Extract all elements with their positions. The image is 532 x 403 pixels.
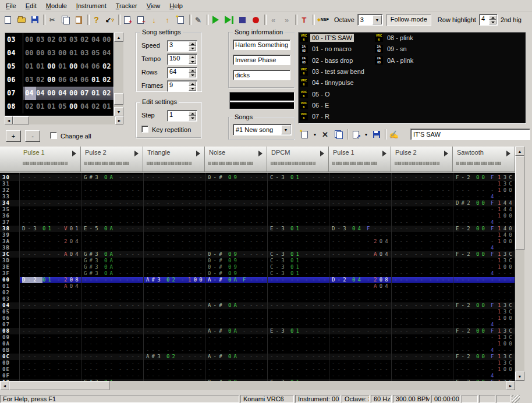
move-frame-down-button[interactable]: ↓ (147, 13, 161, 26)
control-panel-toggle-button[interactable]: T (297, 13, 311, 26)
pattern-row[interactable]: 36--------------------------------------… (0, 213, 515, 219)
pattern-cell[interactable]: --------- (143, 187, 205, 194)
pattern-cell[interactable]: F-200F13C (453, 328, 515, 334)
pattern-row[interactable]: 34--------------------------------------… (0, 200, 515, 206)
pattern-cell[interactable]: --------- (391, 194, 453, 200)
pattern-cell[interactable]: --------- (19, 232, 81, 238)
pattern-cell[interactable]: ------144 (453, 206, 515, 213)
song-title-field[interactable] (233, 40, 290, 50)
pattern-cell[interactable]: --------- (329, 309, 391, 315)
pattern-cell[interactable]: ------13C (453, 258, 515, 264)
pattern-cell[interactable]: --------- (81, 315, 143, 322)
load-instrument-button[interactable]: ↗ (349, 128, 363, 141)
pattern-cell[interactable]: --------- (391, 200, 453, 206)
pattern-cell[interactable]: --------- (205, 322, 267, 328)
pattern-cell[interactable]: --------- (143, 270, 205, 277)
instrument-item[interactable]: VRC603 - test saw bend (300, 67, 366, 78)
pattern-cell[interactable]: --------- (329, 341, 391, 347)
frame-pattern-cell[interactable]: 04 (58, 87, 69, 100)
pattern-cell[interactable]: --------- (81, 238, 143, 245)
remove-instrument-button[interactable]: ✕ (318, 128, 332, 141)
pattern-cell[interactable]: 0-#09---- (205, 258, 267, 264)
pattern-cell[interactable]: --------- (267, 302, 329, 309)
frame-pattern-cell[interactable]: 00 (47, 60, 58, 73)
pattern-cell[interactable]: --------- (143, 226, 205, 232)
frame-pattern-cell[interactable]: 01 (91, 73, 102, 87)
pattern-cell[interactable]: 0-#09---- (205, 251, 267, 258)
instrument-item[interactable]: VRC605 - O (300, 90, 332, 101)
pattern-cell[interactable]: D-301-V01 (19, 226, 81, 232)
pattern-row[interactable]: 39--------------------------------------… (0, 232, 515, 238)
pattern-cell[interactable]: --------- (391, 366, 453, 373)
pattern-cell[interactable]: --------- (205, 187, 267, 194)
pattern-cell[interactable]: --------- (391, 322, 453, 328)
pattern-cell[interactable]: E-50A---- (81, 226, 143, 232)
frame-row[interactable]: 060302000604060102 (5, 73, 114, 87)
pattern-cell[interactable]: -----4--- (453, 219, 515, 226)
pattern-cell[interactable]: 0-#09---- (205, 174, 267, 181)
frame-duplicate-button[interactable]: ✦ (174, 13, 187, 26)
pattern-row[interactable]: 3F---------G#30A-------------0-#09----C-… (0, 270, 515, 277)
pattern-hscrollbar[interactable]: ◄ ► (0, 381, 515, 390)
pattern-cell[interactable]: A-#0AF--- (205, 277, 267, 283)
pattern-cell[interactable]: ------A04 (329, 251, 391, 258)
pattern-cell[interactable]: --------- (267, 206, 329, 213)
pattern-cell[interactable]: --------- (267, 283, 329, 290)
pattern-cell[interactable]: C-301---- (267, 270, 329, 277)
frame-pattern-cell[interactable]: 03 (25, 73, 36, 87)
channel-header-pulse-1[interactable]: Pulse 1 (329, 147, 391, 172)
chevron-down-icon[interactable]: ▼ (281, 125, 290, 134)
pattern-cell[interactable]: --------- (81, 277, 143, 283)
frame-pattern-cell[interactable]: 05 (91, 47, 102, 60)
pattern-cell[interactable]: --------- (267, 290, 329, 296)
pattern-cell[interactable]: --------- (329, 213, 391, 219)
pattern-cell[interactable]: --------- (19, 322, 81, 328)
pattern-cell[interactable]: --------- (19, 360, 81, 366)
pattern-cell[interactable]: --------- (81, 354, 143, 360)
pattern-cell[interactable]: ------13C (453, 309, 515, 315)
frame-pattern-cell[interactable]: 02 (80, 33, 91, 47)
pattern-row[interactable]: 38D-301-V01E-50A----------------------E-… (0, 226, 515, 232)
edit-mode-button[interactable]: ✎ (191, 13, 205, 26)
pattern-cell[interactable]: --------- (143, 290, 205, 296)
new-instrument-menu-button[interactable]: ▼ (311, 128, 318, 141)
pattern-cell[interactable]: ------A04 (19, 283, 81, 290)
pattern-cell[interactable]: --------- (329, 366, 391, 373)
pattern-cell[interactable]: --------- (205, 290, 267, 296)
tempo-spinner[interactable]: 150 (167, 54, 197, 65)
step-spinner[interactable]: 1 (167, 110, 197, 122)
pattern-cell[interactable]: -----4--- (453, 270, 515, 277)
pattern-cell[interactable]: ------100 (453, 187, 515, 194)
scroll-up-icon[interactable]: ▲ (515, 147, 524, 156)
pattern-row[interactable]: 33--------------------------------------… (0, 194, 515, 200)
scroll-right-icon[interactable]: ► (115, 116, 123, 124)
scroll-right-icon[interactable]: ► (506, 381, 515, 390)
menu-help[interactable]: Help (165, 1, 187, 11)
instrument-item[interactable]: VRC604 - tinnypulse (300, 79, 356, 89)
pattern-cell[interactable]: --------- (329, 322, 391, 328)
pattern-cell[interactable]: --------- (391, 232, 453, 238)
resize-grip[interactable] (512, 395, 520, 403)
edit-instrument-button[interactable]: ✍ (387, 128, 400, 141)
channel-header-pulse-1[interactable]: Pulse 1 (19, 147, 81, 172)
pattern-cell[interactable]: --------- (19, 354, 81, 360)
pattern-cell[interactable]: --------- (81, 245, 143, 251)
new-file-button[interactable] (1, 13, 15, 26)
instrument-item[interactable]: VRC608 - plink (375, 34, 415, 44)
pattern-cell[interactable]: --------- (143, 174, 205, 181)
frame-pattern-cell[interactable]: 00 (102, 33, 114, 47)
frame-pattern-cell[interactable]: 01 (102, 100, 114, 113)
pattern-cell[interactable]: --------- (329, 302, 391, 309)
frame-pattern-cell[interactable]: 03 (80, 47, 91, 60)
pattern-cell[interactable]: --------- (267, 354, 329, 360)
frame-pattern-cell[interactable]: 01 (25, 60, 36, 73)
pattern-cell[interactable]: --------- (391, 181, 453, 187)
pattern-cell[interactable]: --------- (391, 373, 453, 379)
pattern-cell[interactable]: --------- (267, 322, 329, 328)
pattern-cell[interactable]: --------- (391, 328, 453, 334)
pattern-row[interactable]: 06--------------------------------------… (0, 315, 515, 322)
pattern-cell[interactable]: --------- (205, 232, 267, 238)
pattern-cell[interactable]: ------13C (453, 181, 515, 187)
pattern-cell[interactable]: --------- (329, 264, 391, 270)
frame-pattern-cell[interactable]: 04 (25, 87, 36, 100)
